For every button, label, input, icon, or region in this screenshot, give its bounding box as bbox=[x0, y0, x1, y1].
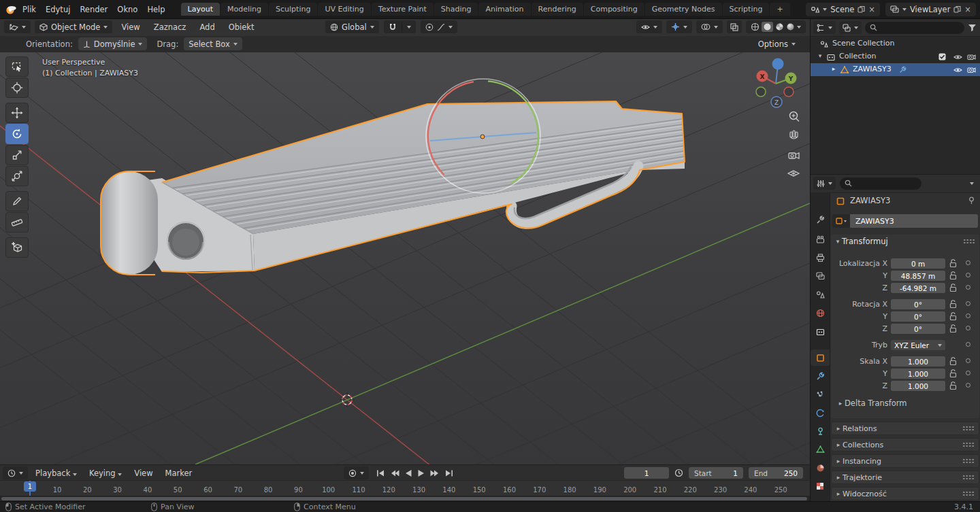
jump-to-start-button[interactable] bbox=[376, 469, 385, 477]
expand-icon[interactable]: ▸ bbox=[830, 65, 838, 72]
lock-icon[interactable] bbox=[949, 271, 957, 280]
copy-icon[interactable] bbox=[953, 5, 961, 13]
menu-keying[interactable]: Keying bbox=[84, 468, 127, 478]
tab-shading[interactable]: Shading bbox=[434, 3, 478, 16]
filter-icon[interactable] bbox=[968, 24, 977, 32]
copy-icon[interactable] bbox=[858, 5, 865, 13]
outliner-display-mode-button[interactable] bbox=[839, 21, 862, 34]
tool-measure[interactable] bbox=[5, 212, 29, 233]
mode-selector[interactable]: Object Mode bbox=[35, 20, 112, 33]
delta-transform-subpanel[interactable]: ▸ Delta Transform bbox=[836, 398, 907, 408]
timeline-ruler[interactable]: 1020304050607080901001101201301401501601… bbox=[0, 480, 810, 496]
render-camera-icon[interactable] bbox=[967, 53, 976, 61]
lock-icon[interactable] bbox=[949, 259, 957, 268]
tool-cursor[interactable] bbox=[5, 78, 29, 98]
animate-dot[interactable] bbox=[966, 342, 970, 347]
expand-icon[interactable]: ▾ bbox=[816, 52, 824, 59]
outliner-row-collection[interactable]: ▾ Collection bbox=[811, 50, 980, 63]
section-instancing[interactable]: ▸Instancing bbox=[831, 454, 979, 468]
shading-dropdown[interactable] bbox=[797, 26, 801, 29]
animate-dot[interactable] bbox=[966, 285, 970, 290]
play-reverse-button[interactable] bbox=[404, 469, 412, 477]
object-type-visibility-button[interactable] bbox=[636, 20, 662, 33]
tool-rotate[interactable] bbox=[5, 124, 29, 144]
transform-orientation-selector[interactable]: Global bbox=[325, 20, 379, 33]
lock-icon[interactable] bbox=[949, 381, 957, 390]
use-preview-range-button[interactable] bbox=[674, 468, 683, 477]
tab-rendering[interactable]: Rendering bbox=[532, 3, 583, 16]
tab-render[interactable] bbox=[811, 231, 830, 248]
outliner-row-object[interactable]: ▸ ZAWIASY3 bbox=[811, 63, 980, 76]
tab-compositing[interactable]: Compositing bbox=[584, 3, 644, 16]
menu-marker[interactable]: Marker bbox=[161, 468, 197, 478]
viewport-3d[interactable]: X Y Z bbox=[0, 52, 810, 464]
remove-view-layer-button[interactable]: × bbox=[964, 5, 971, 14]
play-button[interactable] bbox=[417, 469, 425, 477]
section-motion-paths[interactable]: ▸Trajektorie bbox=[831, 471, 979, 484]
menu-render[interactable]: Render bbox=[75, 5, 112, 14]
tab-texture[interactable] bbox=[811, 478, 830, 494]
shading-rendered-button[interactable] bbox=[786, 22, 795, 31]
panel-drag-grip[interactable] bbox=[962, 491, 975, 496]
tab-geometry-nodes[interactable]: Geometry Nodes bbox=[645, 3, 722, 16]
drag-dropdown[interactable]: Select Box bbox=[184, 37, 242, 50]
playhead[interactable]: 1 bbox=[24, 481, 36, 492]
loc-z-field[interactable]: -64.982 m bbox=[891, 283, 945, 293]
start-frame-field[interactable]: Start1 bbox=[689, 467, 743, 479]
hide-eye-icon[interactable] bbox=[953, 67, 962, 73]
tab-particles[interactable] bbox=[811, 386, 830, 403]
tab-scene[interactable] bbox=[811, 286, 830, 303]
end-frame-field[interactable]: End250 bbox=[749, 467, 803, 479]
hide-eye-icon[interactable] bbox=[953, 54, 962, 61]
tool-annotate[interactable] bbox=[5, 191, 29, 211]
viewport-canvas[interactable]: X Y Z bbox=[0, 52, 810, 464]
tab-output[interactable] bbox=[811, 250, 830, 266]
jump-to-end-button[interactable] bbox=[444, 469, 454, 477]
panel-drag-grip[interactable] bbox=[962, 458, 975, 464]
shading-solid-button[interactable] bbox=[762, 22, 773, 32]
tab-modeling[interactable]: Modeling bbox=[220, 3, 268, 16]
timeline-editor-type-button[interactable] bbox=[3, 466, 28, 479]
properties-editor-type-button[interactable] bbox=[813, 177, 836, 190]
section-relations[interactable]: ▸Relations bbox=[831, 422, 979, 435]
menu-help[interactable]: Help bbox=[142, 5, 169, 14]
prev-keyframe-button[interactable] bbox=[390, 469, 399, 477]
animate-dot[interactable] bbox=[966, 383, 970, 388]
outliner-row-scene-collection[interactable]: Scene Collection bbox=[811, 37, 980, 50]
rotation-mode-dropdown[interactable]: XYZ Euler bbox=[891, 340, 945, 350]
lock-icon[interactable] bbox=[949, 312, 957, 321]
section-visibility[interactable]: ▸Widoczność bbox=[831, 487, 979, 500]
snapping-controls[interactable] bbox=[384, 20, 416, 33]
proportional-editing-controls[interactable] bbox=[421, 20, 457, 33]
panel-drag-grip[interactable] bbox=[962, 426, 975, 431]
lock-icon[interactable] bbox=[949, 284, 957, 292]
animate-dot[interactable] bbox=[966, 313, 970, 318]
loc-x-field[interactable]: 0 m bbox=[891, 258, 945, 269]
animate-dot[interactable] bbox=[966, 358, 970, 363]
current-frame-field[interactable]: 1 bbox=[624, 467, 669, 479]
orientation-dropdown[interactable]: Domyślnie bbox=[78, 37, 148, 50]
unlink-scene-button[interactable]: × bbox=[868, 5, 875, 14]
tab-constraints[interactable] bbox=[811, 423, 830, 439]
scene-selector[interactable]: Scene × bbox=[806, 3, 880, 16]
animate-dot[interactable] bbox=[966, 260, 970, 265]
menu-object[interactable]: Obiekt bbox=[224, 22, 259, 32]
menu-edit[interactable]: Edytuj bbox=[41, 5, 75, 14]
tab-object-data[interactable] bbox=[811, 441, 830, 458]
animate-dot[interactable] bbox=[966, 371, 970, 375]
tool-select-box[interactable] bbox=[5, 56, 29, 77]
panel-drag-grip[interactable] bbox=[962, 475, 975, 480]
tab-modifiers[interactable] bbox=[811, 368, 830, 384]
properties-search-input[interactable] bbox=[840, 177, 921, 190]
menu-view-timeline[interactable]: View bbox=[129, 468, 157, 478]
scale-x-field[interactable]: 1.000 bbox=[891, 356, 945, 366]
pin-icon[interactable] bbox=[968, 197, 975, 205]
lock-icon[interactable] bbox=[949, 369, 957, 378]
next-keyframe-button[interactable] bbox=[430, 469, 440, 477]
animate-dot[interactable] bbox=[966, 326, 970, 330]
lock-icon[interactable] bbox=[949, 324, 957, 333]
tab-texture-paint[interactable]: Texture Paint bbox=[372, 3, 434, 16]
tool-move[interactable] bbox=[5, 103, 29, 123]
tab-view-layer[interactable] bbox=[811, 268, 830, 284]
object-name-field[interactable]: ZAWIASY3 bbox=[850, 214, 978, 228]
